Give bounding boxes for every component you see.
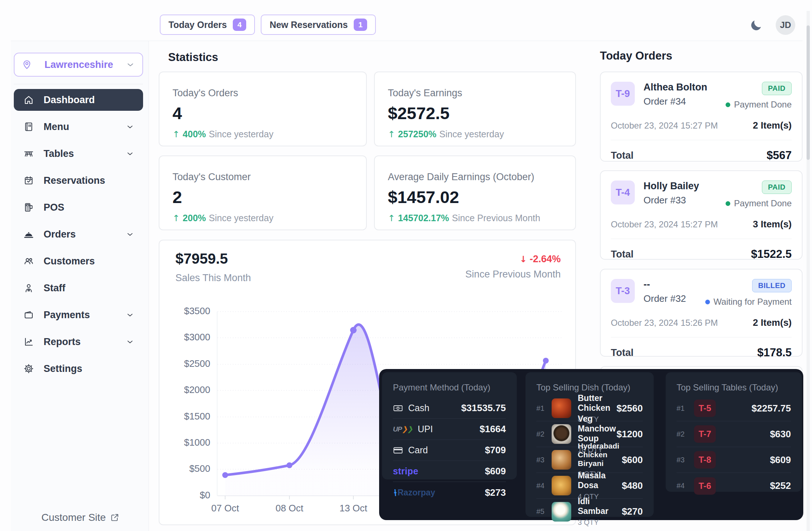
location-selector[interactable]: Lawrenceshire: [14, 53, 143, 77]
total-label: Total: [611, 150, 634, 161]
table-badge: T-9: [611, 82, 635, 106]
dish-image: [552, 502, 571, 522]
table-row: #4 T-6 $252: [677, 473, 791, 499]
sidebar-item-reservations[interactable]: Reservations: [14, 170, 143, 191]
trend-up-icon: ↑: [172, 129, 180, 139]
sidebar-item-payments[interactable]: Payments: [14, 304, 143, 326]
sidebar-item-orders[interactable]: Orders: [14, 223, 143, 245]
chevron-down-icon: [126, 311, 134, 319]
stat-card-todays-customer: Today's Customer 2 ↑200%Since yesterday: [159, 155, 367, 230]
sidebar-item-label: Dashboard: [44, 94, 134, 106]
data-point[interactable]: [222, 472, 228, 478]
dish-name: Hyderabadi Chicken Biryani: [578, 442, 622, 468]
wallet-icon: [23, 309, 34, 320]
order-total: $1522.5: [751, 248, 792, 261]
order-datetime: October 23, 2024 15:27 PM: [611, 219, 718, 230]
cloche-icon: [23, 229, 34, 240]
payment-amount: $273: [485, 487, 506, 498]
sidebar-item-customers[interactable]: Customers: [14, 250, 143, 272]
order-card[interactable]: T-9 Althea Bolton Order #34 PAID Payment…: [600, 72, 803, 162]
sidebar-item-staff[interactable]: Staff: [14, 277, 143, 299]
order-datetime: October 23, 2024 15:27 PM: [611, 121, 718, 131]
customer-name: Holly Bailey: [643, 181, 726, 192]
today-orders-button-label: Today Orders: [169, 20, 227, 30]
sidebar-item-menu[interactable]: Menu: [14, 116, 143, 138]
payment-row: UP❯❯ UPI $1664: [393, 419, 506, 440]
table-badge: T-3: [611, 279, 635, 303]
sidebar-item-tables[interactable]: Tables: [14, 143, 143, 165]
stripe-logo: stripe: [393, 466, 418, 477]
table-rank: #3: [677, 456, 692, 464]
chevron-down-icon: [126, 149, 134, 158]
data-point[interactable]: [543, 358, 549, 364]
payment-status-dot: [726, 201, 730, 206]
upi-logo-icon: UP❯❯: [393, 425, 413, 433]
stat-delta-note: Since Previous Month: [452, 213, 540, 223]
table-chip: T-5: [694, 400, 716, 417]
table-chip: T-8: [694, 451, 716, 469]
payment-row: stripe $609: [393, 461, 506, 482]
sidebar-divider: [14, 84, 143, 84]
dish-rank: #2: [536, 430, 552, 438]
topbar-quick-actions: Today Orders 4 New Reservations 1: [160, 15, 376, 35]
order-card-divider: [611, 337, 792, 337]
user-avatar[interactable]: JD: [776, 15, 795, 35]
new-reservations-button[interactable]: New Reservations 1: [261, 15, 376, 35]
dish-image: [552, 476, 571, 495]
customer-site-link[interactable]: Customer Site: [41, 512, 119, 523]
stat-value: $1457.02: [388, 187, 562, 207]
scrollbar-thumb[interactable]: [807, 25, 810, 160]
order-card[interactable]: T-3 -- Order #32 BILLED Waiting for Paym…: [600, 269, 803, 357]
users-icon: [23, 256, 34, 267]
sidebar-item-pos[interactable]: POS: [14, 196, 143, 218]
sidebar-item-reports[interactable]: Reports: [14, 331, 143, 353]
avatar-initials: JD: [780, 20, 791, 30]
trend-up-icon: ↑: [172, 213, 180, 223]
top-selling-tables-panel: Top Selling Tables (Today) #1 T-5 $2257.…: [666, 372, 802, 492]
order-card[interactable]: T-4 Holly Bailey Order #33 PAID Payment …: [600, 170, 803, 260]
top-tables-title: Top Selling Tables (Today): [677, 382, 791, 393]
total-label: Total: [611, 249, 634, 260]
today-orders-button[interactable]: Today Orders 4: [160, 15, 255, 35]
order-number: Order #34: [643, 96, 726, 107]
sidebar-nav: Dashboard Menu Tables Reserva: [14, 89, 143, 385]
trend-up-icon: ↑: [388, 129, 395, 139]
order-items-count: 3 Item(s): [753, 219, 792, 230]
chevron-down-icon: [126, 230, 134, 239]
sidebar-item-label: Payments: [44, 309, 126, 321]
sidebar-item-label: Menu: [44, 121, 126, 133]
sidebar: Lawrenceshire Dashboard Menu: [11, 41, 149, 531]
today-orders-title: Today Orders: [600, 49, 672, 62]
stat-card-todays-earnings: Today's Earnings $2572.5 ↑257250%Since y…: [374, 72, 576, 146]
x-axis-tick: 08 Oct: [262, 503, 317, 514]
stat-label: Today's Earnings: [388, 88, 562, 99]
stat-delta: 145702.17%: [398, 213, 449, 223]
table-amount: $609: [770, 454, 791, 466]
trend-up-icon: ↑: [388, 213, 395, 223]
moon-icon: [749, 19, 763, 32]
data-point[interactable]: [287, 462, 292, 468]
menu-book-icon: [23, 121, 34, 132]
payment-method-panel: Payment Method (Today) Cash $31535.75 UP…: [382, 372, 517, 479]
stat-value: $2572.5: [388, 103, 562, 123]
customer-name: Althea Bolton: [643, 82, 726, 93]
sidebar-item-dashboard[interactable]: Dashboard: [14, 89, 143, 111]
today-orders-count-badge: 4: [233, 19, 247, 31]
payment-status-dot: [705, 300, 710, 304]
payment-row: Cash $31535.75: [393, 398, 506, 419]
sidebar-item-settings[interactable]: Settings: [14, 358, 143, 380]
chevron-down-icon: [126, 337, 134, 346]
dish-amount: $480: [622, 480, 643, 491]
table-icon: [23, 148, 34, 159]
order-number: Order #33: [643, 195, 726, 206]
table-chip: T-7: [694, 425, 716, 443]
dark-mode-toggle[interactable]: [747, 17, 766, 34]
order-card-divider: [611, 239, 792, 239]
payment-method-title: Payment Method (Today): [393, 382, 506, 393]
data-point[interactable]: [350, 327, 357, 333]
report-chart-icon: [23, 336, 34, 347]
page-scrollbar[interactable]: [807, 11, 810, 531]
order-card-divider: [611, 140, 792, 140]
dish-name: Masala Dosa: [578, 471, 622, 490]
payment-amount: $709: [485, 445, 506, 456]
